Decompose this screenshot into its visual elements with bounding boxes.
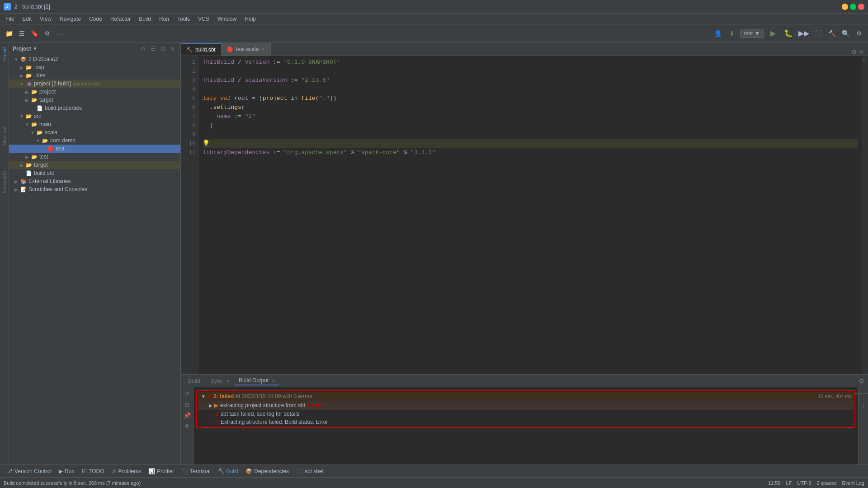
build-project-button[interactable]: 🔨 — [826, 28, 837, 39]
status-indent[interactable]: 2 spaces — [816, 480, 836, 486]
tree-label-test: test — [56, 145, 64, 152]
menu-run[interactable]: Run — [156, 15, 173, 23]
arrow-icon: ▼ — [13, 56, 20, 63]
panel-close-button[interactable]: ✕ — [169, 45, 177, 53]
minimize-panel-button[interactable]: — — [54, 28, 65, 39]
toolbar-profiler[interactable]: 📊 Profiler — [146, 467, 177, 475]
tree-item-src[interactable]: ▼ 📂 src — [9, 112, 180, 120]
tree-item-root[interactable]: ▼ 📦 2 D:\Scala\2 — [9, 55, 180, 63]
user-button[interactable]: 👤 — [713, 28, 724, 39]
toolbar-dependencies[interactable]: 📦 Dependencies — [243, 467, 292, 475]
pin-button[interactable]: 📌 — [183, 411, 192, 420]
menu-file[interactable]: File — [2, 15, 18, 23]
tab-build-sbt[interactable]: 🔨 build.sbt — [181, 43, 222, 56]
toolbar-todo[interactable]: ☑ TODO — [79, 467, 107, 475]
toolbar-terminal[interactable]: ⬛ Terminal — [179, 467, 213, 475]
editor-close-button[interactable]: ✕ — [859, 48, 864, 56]
tree-item-idea[interactable]: ▶ 📂 .idea — [9, 71, 180, 80]
tab-build-output-close[interactable]: ✕ — [272, 378, 275, 383]
build-item-extract-failed[interactable]: ⊘ Extracting structure failed: Build sta… — [198, 418, 854, 426]
panel-list-button[interactable]: ☰ — [149, 45, 157, 53]
tree-item-scratches[interactable]: ▶ 📝 Scratches and Consoles — [9, 185, 180, 193]
build-item-failed[interactable]: ▼ ⊘ 2: failed At 2022/3/15 10:09 with 3 … — [198, 392, 854, 401]
main-settings-button[interactable]: ⚙ — [854, 28, 864, 39]
menu-refactor[interactable]: Refactor — [107, 15, 134, 23]
tree-item-bsp[interactable]: ▶ 📂 .bsp — [9, 63, 180, 71]
toolbar-sbt-shell[interactable]: ⬛ sbt shell — [293, 467, 327, 475]
project-view-button[interactable]: 📁 — [4, 28, 14, 39]
minimize-button[interactable] — [842, 4, 848, 10]
menu-build[interactable]: Build — [135, 15, 155, 23]
project-dropdown-arrow[interactable]: ▼ — [33, 46, 38, 51]
status-event-log[interactable]: Event Log — [842, 480, 864, 486]
project-icon[interactable]: Project — [0, 44, 9, 62]
debug-button[interactable]: 🐛 — [782, 27, 795, 40]
tab-sync[interactable]: Sync ✕ — [207, 377, 233, 385]
run-button[interactable]: ▶ — [767, 27, 779, 40]
vcs-update-button[interactable]: ⬇ — [726, 28, 737, 39]
bookmark-button[interactable]: 🔖 — [29, 28, 40, 39]
structure-icon[interactable]: Structure — [0, 132, 9, 140]
run-configuration[interactable]: test ▼ — [740, 29, 764, 38]
code-line-10: 💡 — [203, 139, 858, 148]
tree-item-scala[interactable]: ▼ 📂 scala — [9, 128, 180, 136]
menu-navigate[interactable]: Navigate — [56, 15, 85, 23]
panel-cog-button[interactable]: ⚙ — [139, 45, 147, 53]
status-time[interactable]: 11:59 — [768, 480, 781, 486]
menu-code[interactable]: Code — [85, 15, 106, 23]
tree-item-test-file[interactable]: ▶ 🔴 test — [9, 145, 180, 153]
close-button[interactable] — [858, 4, 864, 10]
status-encoding[interactable]: UTF-8 — [797, 480, 811, 486]
tree-item-project-folder[interactable]: ▶ 📂 project — [9, 88, 180, 96]
search-everywhere-button[interactable]: 🔍 — [840, 28, 851, 39]
rerun-button[interactable]: ↺ — [183, 389, 192, 398]
tree-label-project: project — [39, 89, 56, 95]
tree-item-target-inner[interactable]: ▶ 📂 target — [9, 96, 180, 104]
tab-sync-close[interactable]: ✕ — [226, 379, 230, 384]
menu-view[interactable]: View — [36, 15, 55, 23]
status-build-result[interactable]: Build completed successfully in 8 sec, 2… — [4, 480, 141, 486]
stop-button[interactable]: ⬛ — [813, 28, 824, 39]
tree-label-bsp: .bsp — [34, 64, 44, 70]
tree-item-project-build[interactable]: ▼ ◼ project [2-build] sources root — [9, 80, 180, 88]
maximize-button[interactable] — [850, 4, 856, 10]
bookmarks-icon[interactable]: Bookmarks — [0, 178, 9, 186]
code-span: % — [400, 148, 410, 157]
toolbar-run[interactable]: ▶ Run — [56, 467, 77, 475]
toolbar-version-control[interactable]: ⎇ Version Control — [4, 467, 54, 475]
structure-button[interactable]: ☰ — [16, 28, 27, 39]
tree-item-com-demo[interactable]: ▼ 📂 com.demo — [9, 136, 180, 145]
code-content[interactable]: ThisBuild / version := "0.1.0-SNAPSHOT" … — [199, 56, 862, 374]
eye-button[interactable]: 👁 — [183, 422, 192, 431]
filter-button[interactable]: ⊟ — [183, 400, 192, 409]
build-item-extract[interactable]: ▶ ▶ extracting project structure from sb… — [198, 401, 854, 410]
settings-button[interactable]: ⚙ — [42, 28, 52, 39]
arrow-icon: ▼ — [18, 80, 25, 87]
toolbar-build[interactable]: 🔨 Build — [215, 467, 241, 475]
editor-settings-button[interactable]: ⚙ — [851, 48, 857, 56]
coverage-button[interactable]: ▶▶ — [797, 27, 810, 40]
sort-button[interactable]: ↕ — [859, 400, 868, 409]
toolbar-problems[interactable]: ⚠ Problems — [109, 467, 144, 475]
bottom-panel-settings-button[interactable]: ⚙ — [859, 377, 864, 385]
status-line-sep[interactable]: LF — [786, 480, 792, 486]
menu-window[interactable]: Window — [214, 15, 241, 23]
menu-vcs[interactable]: VCS — [194, 15, 213, 23]
tree-item-external-libs[interactable]: ▶ 📚 External Libraries — [9, 177, 180, 185]
tree-item-build-sbt[interactable]: ▶ 📄 build.sbt — [9, 169, 180, 177]
terminal-icon: ⬛ — [181, 468, 188, 474]
soft-wrap-button[interactable]: ⟵⟶ — [859, 389, 868, 398]
build-item-sbt-failed[interactable]: ⊘ sbt task failed, see log for details — [198, 410, 854, 418]
tree-item-target[interactable]: ▶ 📂 target — [9, 161, 180, 169]
tree-item-test-folder[interactable]: ▶ 📂 test — [9, 153, 180, 161]
menu-help[interactable]: Help — [241, 15, 259, 23]
tab-build-output[interactable]: Build Output ✕ — [235, 376, 279, 385]
tab-close-icon[interactable]: ✕ — [261, 47, 265, 52]
tree-item-main[interactable]: ▼ 📂 main — [9, 120, 180, 128]
panel-filter-button[interactable]: ⊟ — [159, 45, 167, 53]
tab-build-label[interactable]: Build: — [184, 377, 205, 385]
menu-tools[interactable]: Tools — [174, 15, 193, 23]
menu-edit[interactable]: Edit — [19, 15, 35, 23]
tab-test-scala[interactable]: 🔴 test.scala ✕ — [222, 43, 271, 56]
tree-item-build-properties[interactable]: ▶ 📄 build.properties — [9, 104, 180, 112]
